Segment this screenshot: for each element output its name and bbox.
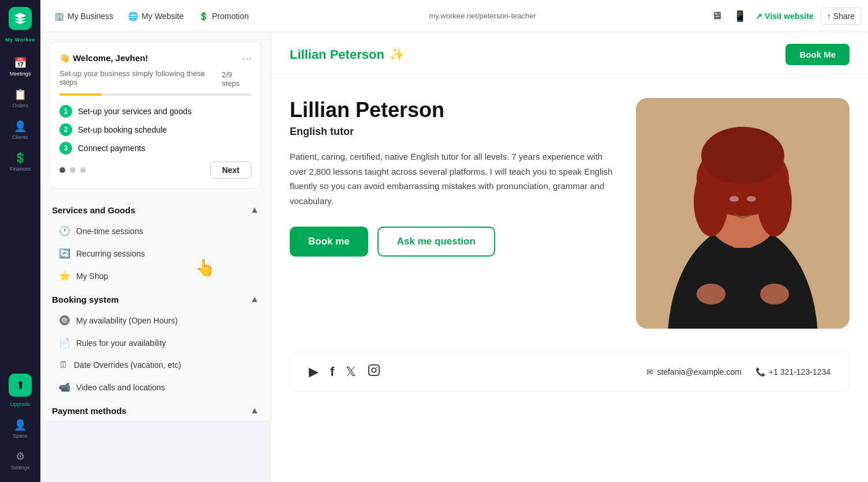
external-link-icon: ↗ [755, 12, 762, 21]
promotion-icon: 💲 [199, 12, 208, 21]
instagram-icon[interactable] [368, 364, 380, 380]
header-book-me-button[interactable]: Book Me [785, 44, 850, 65]
svg-point-14 [376, 367, 377, 368]
svg-point-8 [729, 196, 739, 202]
sidebar-item-clients[interactable]: 👤 Clients [3, 115, 38, 145]
step-3-num: 3 [59, 142, 72, 155]
sidebar-item-availability[interactable]: 🔘 My availability (Open Hours) [45, 309, 266, 332]
step-2-text: Set-up booking schedule [78, 123, 167, 136]
facebook-icon[interactable]: f [330, 364, 334, 379]
date-overrides-icon: 🗓 [59, 360, 68, 370]
email-value: stefania@example.com [657, 367, 742, 376]
visit-website-link[interactable]: ↗ Visit website [755, 12, 814, 21]
preview-content: Lillian Peterson English tutor Patient, … [271, 75, 868, 352]
services-chevron-icon[interactable]: ▲ [250, 205, 259, 215]
services-section-title: Services and Goods [52, 205, 135, 215]
my-website-icon: 🌐 [128, 12, 138, 21]
phone-value: +1 321-123-1234 [769, 367, 830, 376]
availability-label: My availability (Open Hours) [76, 316, 178, 325]
payment-section-header: Payment methods ▲ [40, 398, 271, 420]
nav-my-website[interactable]: 🌐 My Website [121, 8, 190, 24]
profile-photo [636, 98, 850, 329]
preview-role: English tutor [290, 126, 618, 138]
sidebar-item-upgrade[interactable]: ⬆ [9, 374, 32, 397]
payment-chevron-icon[interactable]: ▲ [250, 405, 259, 416]
share-button[interactable]: ↑ Share [821, 7, 861, 25]
one-time-sessions-label: One-time sessions [76, 227, 143, 236]
sidebar-item-meetings[interactable]: 📅 Meetings [3, 52, 38, 81]
clients-icon: 👤 [14, 120, 27, 133]
step-3-text: Connect payments [78, 142, 145, 155]
nav-my-website-label: My Website [141, 12, 184, 21]
welcome-more-icon[interactable]: ··· [242, 51, 252, 65]
sidebar-item-space-label: Space [13, 433, 28, 439]
progress-fill [59, 93, 102, 96]
sidebar-item-video-calls[interactable]: 📹 Video calls and locations [45, 376, 266, 398]
my-shop-icon: ⭐ [59, 270, 70, 281]
step-2-num: 2 [59, 123, 72, 136]
space-icon: 👤 [14, 419, 27, 431]
sidebar-item-orders-label: Orders [12, 103, 28, 108]
sidebar-item-meetings-label: Meetings [10, 71, 31, 77]
sidebar-item-orders[interactable]: 📋 Orders [3, 84, 38, 113]
step-1-num: 1 [59, 105, 72, 118]
sidebar-item-rules[interactable]: 📄 Rules for your availability [45, 332, 266, 354]
nav-my-business-label: My Business [68, 12, 113, 21]
sidebar-item-finances[interactable]: 💲 Finances [3, 147, 38, 176]
nav-promotion[interactable]: 💲 Promotion [192, 8, 256, 24]
recurring-sessions-label: Recurring sessions [76, 249, 145, 258]
step-3: 3 Connect payments [59, 142, 252, 155]
sidebar-item-date-overrides[interactable]: 🗓 Date Overrides (vacation, etc) [45, 354, 266, 376]
preview-panel: Lillian Peterson ✨ Book Me Lillian Peter… [271, 32, 868, 482]
sidebar-item-one-time-sessions[interactable]: 🕐 One-time sessions [45, 220, 266, 242]
nav-my-business[interactable]: 🏢 My Business [47, 8, 120, 24]
sidebar-item-settings-label: Settings [11, 465, 30, 470]
desktop-icon[interactable]: 🖥 [709, 7, 724, 24]
services-section-header: Services and Goods ▲ [40, 198, 271, 220]
one-time-sessions-icon: 🕐 [59, 225, 70, 236]
step-1: 1 Set-up your services and goods [59, 105, 252, 118]
preview-url: my.workee.net/peterson-teacher [257, 12, 708, 20]
upgrade-label: Upgrade [10, 401, 31, 407]
sidebar-brand-label: My Workee [5, 37, 35, 43]
dots-nav: Next [59, 161, 252, 179]
photo-inner [636, 98, 850, 329]
progress-bar [59, 93, 252, 96]
ask-question-button[interactable]: Ask me question [377, 227, 495, 257]
welcome-box: 👋 Welcome, Jevhen! ··· Set-up your busin… [50, 42, 261, 189]
step-1-text: Set-up your services and goods [78, 105, 192, 118]
social-icons: ▶ f 𝕏 [309, 364, 380, 380]
sidebar-item-my-shop[interactable]: ⭐ My Shop [45, 265, 266, 287]
twitter-icon[interactable]: 𝕏 [346, 364, 356, 379]
my-business-icon: 🏢 [54, 12, 64, 21]
top-nav: 🏢 My Business 🌐 My Website 💲 Promotion m… [40, 0, 868, 32]
email-contact: ✉ stefania@example.com [646, 367, 742, 376]
dot-1 [59, 167, 65, 173]
booking-chevron-icon[interactable]: ▲ [250, 294, 259, 304]
youtube-icon[interactable]: ▶ [309, 364, 319, 379]
welcome-subtitle: Set-up your business simply following th… [59, 69, 222, 86]
share-label: Share [833, 12, 855, 21]
woman-svg [636, 98, 850, 329]
sidebar: My Workee 📅 Meetings 📋 Orders 👤 Clients … [0, 0, 40, 482]
rules-label: Rules for your availability [76, 338, 166, 348]
dot-2 [70, 167, 76, 173]
nav-promotion-label: Promotion [212, 12, 249, 21]
sidebar-item-recurring-sessions[interactable]: 🔄 Recurring sessions [45, 242, 266, 265]
preview-big-name: Lillian Peterson [290, 98, 618, 122]
svg-point-13 [372, 368, 376, 372]
sidebar-item-finances-label: Finances [10, 166, 31, 172]
book-me-action-button[interactable]: Book me [290, 227, 368, 257]
payment-section-title: Payment methods [52, 406, 126, 416]
date-overrides-label: Date Overrides (vacation, etc) [74, 360, 181, 370]
mobile-icon[interactable]: 📱 [731, 7, 749, 25]
svg-point-10 [697, 284, 725, 304]
next-button[interactable]: Next [210, 161, 252, 179]
orders-icon: 📋 [14, 88, 27, 101]
sidebar-item-settings[interactable]: ⚙ Settings [3, 446, 38, 475]
preview-footer: ▶ f 𝕏 ✉ stefania@example.com [290, 352, 850, 392]
sidebar-item-space[interactable]: 👤 Space [3, 414, 38, 443]
svg-rect-12 [369, 365, 379, 375]
sidebar-logo[interactable] [9, 7, 32, 30]
email-icon: ✉ [646, 367, 653, 376]
